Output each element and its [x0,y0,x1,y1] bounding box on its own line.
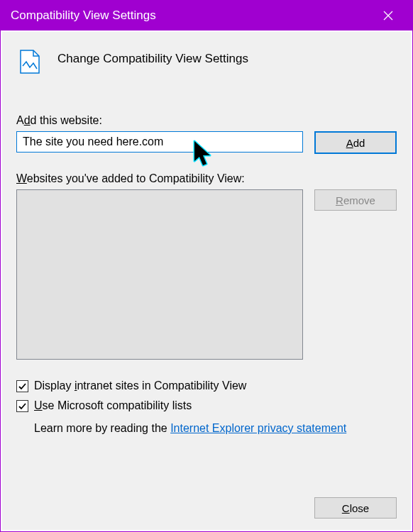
close-button[interactable]: Close [314,497,397,519]
privacy-statement-link[interactable]: Internet Explorer privacy statement [170,422,346,434]
websites-list-label: Websites you've added to Compatibility V… [16,172,397,185]
dialog-header-text: Change Compatibility View Settings [57,49,248,66]
checkbox-intranet-row: Display intranet sites in Compatibility … [16,379,397,392]
dialog-header: Change Compatibility View Settings [19,49,397,74]
checkbox-mslist-label: Use Microsoft compatibility lists [34,399,192,412]
websites-listbox[interactable] [16,189,303,360]
close-icon [383,11,393,21]
dialog-content: Change Compatibility View Settings Add t… [1,31,412,531]
add-website-row: Add [16,131,397,154]
dialog-footer: Close [16,476,397,519]
document-icon [19,49,40,74]
checkmark-icon [18,382,27,391]
close-window-button[interactable] [374,1,402,31]
titlebar: Compatibility View Settings [1,1,412,31]
add-button[interactable]: Add [314,131,397,154]
remove-button[interactable]: Remove [314,189,397,211]
website-input[interactable] [16,131,303,153]
checkmark-icon [18,401,27,411]
learn-more-text: Learn more by reading the Internet Explo… [34,422,397,435]
window-title: Compatibility View Settings [11,9,156,23]
checkbox-intranet-label: Display intranet sites in Compatibility … [34,379,246,392]
compatibility-view-dialog: Compatibility View Settings Change Compa… [0,0,413,532]
add-website-label: Add this website: [16,114,397,127]
checkbox-intranet[interactable] [16,380,28,392]
checkbox-mslist-row: Use Microsoft compatibility lists [16,399,397,412]
checkbox-mslist[interactable] [16,400,28,412]
websites-list-row: Remove [16,189,397,379]
